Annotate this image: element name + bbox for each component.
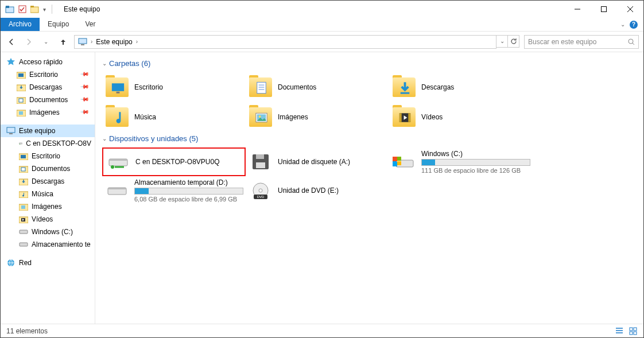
folder-tile[interactable]: Descargas bbox=[389, 72, 533, 102]
device-label: Unidad de DVD (E:) bbox=[278, 187, 386, 195]
tab-ver[interactable]: Ver bbox=[77, 18, 103, 31]
device-icon bbox=[107, 153, 130, 170]
folder-tile[interactable]: Música bbox=[102, 102, 246, 132]
svg-rect-64 bbox=[634, 328, 637, 331]
search-placeholder: Buscar en este equipo bbox=[528, 38, 596, 46]
sidebar-item-musica-pc[interactable]: Música bbox=[1, 188, 95, 200]
group-devices[interactable]: ⌄ Dispositivos y unidades (5) bbox=[102, 134, 637, 143]
device-label: C en DESKTOP-O8VPU0Q bbox=[135, 158, 241, 166]
folder-icon bbox=[106, 106, 129, 129]
svg-rect-41 bbox=[399, 113, 402, 122]
svg-rect-34 bbox=[117, 92, 120, 94]
folder-tile[interactable]: Vídeos bbox=[389, 102, 533, 132]
pin-icon: 📌 bbox=[80, 94, 92, 106]
device-icon: DVD bbox=[249, 181, 272, 200]
svg-point-39 bbox=[259, 115, 261, 118]
folder-icon bbox=[393, 106, 416, 129]
chevron-down-icon: ⌄ bbox=[102, 60, 107, 67]
svg-rect-27 bbox=[21, 205, 25, 209]
sidebar-item-documentos[interactable]: Documentos📌 bbox=[1, 94, 95, 106]
minimize-button[interactable] bbox=[564, 1, 591, 18]
svg-rect-47 bbox=[256, 154, 264, 159]
svg-point-19 bbox=[20, 144, 20, 145]
sidebar-item-imagenes-pc[interactable]: Imágenes bbox=[1, 200, 95, 213]
group-folders[interactable]: ⌄ Carpetas (6) bbox=[102, 59, 637, 68]
svg-point-60 bbox=[259, 189, 262, 192]
svg-rect-44 bbox=[109, 159, 127, 161]
svg-rect-66 bbox=[634, 332, 637, 335]
search-input[interactable]: Buscar en este equipo bbox=[524, 35, 639, 49]
folder-label: Vídeos bbox=[421, 113, 443, 121]
new-folder-icon[interactable] bbox=[30, 5, 40, 14]
folder-icon bbox=[17, 71, 26, 79]
svg-point-8 bbox=[629, 39, 633, 44]
up-button[interactable] bbox=[57, 36, 69, 48]
storage-text: 111 GB de espacio libre de 126 GB bbox=[421, 167, 530, 174]
device-tile[interactable]: Windows (C:)111 GB de espacio libre de 1… bbox=[389, 147, 533, 176]
sidebar-item-imagenes[interactable]: Imágenes📌 bbox=[1, 106, 95, 119]
svg-rect-42 bbox=[408, 113, 410, 122]
sidebar-item-este-equipo[interactable]: Este equipo bbox=[1, 125, 95, 137]
breadcrumb[interactable]: Este equipo bbox=[96, 38, 132, 46]
pin-icon: 📌 bbox=[80, 107, 92, 119]
app-icon bbox=[5, 5, 14, 14]
device-tile[interactable]: DVDUnidad de DVD (E:) bbox=[246, 176, 389, 205]
details-view-icon[interactable] bbox=[615, 327, 624, 336]
pin-icon: 📌 bbox=[80, 69, 92, 81]
sidebar-item-escritorio-pc[interactable]: Escritorio bbox=[1, 150, 95, 162]
content-pane: ⌄ Carpetas (6) EscritorioDocumentosDesca… bbox=[95, 52, 643, 324]
folder-tile[interactable]: Escritorio bbox=[102, 72, 246, 102]
maximize-button[interactable] bbox=[591, 1, 617, 18]
network-icon bbox=[6, 258, 15, 267]
device-icon bbox=[393, 153, 416, 170]
device-tile[interactable]: Unidad de disquete (A:) bbox=[246, 147, 389, 176]
refresh-button[interactable] bbox=[508, 35, 519, 48]
sidebar-item-quick-access[interactable]: Acceso rápido bbox=[1, 56, 95, 68]
back-button[interactable] bbox=[5, 36, 18, 48]
ribbon-expand-icon[interactable]: ⌄ bbox=[620, 21, 625, 28]
storage-bar bbox=[134, 188, 243, 195]
svg-rect-31 bbox=[20, 243, 28, 246]
svg-rect-5 bbox=[602, 7, 607, 12]
svg-rect-10 bbox=[18, 73, 24, 77]
icons-view-icon[interactable] bbox=[629, 327, 638, 336]
recent-dropdown[interactable]: ⌄ bbox=[40, 36, 52, 48]
folder-icon bbox=[17, 108, 26, 116]
sidebar-item-temp-d[interactable]: Almacenamiento te bbox=[1, 238, 95, 251]
device-tile[interactable]: C en DESKTOP-O8VPU0Q bbox=[102, 147, 246, 176]
svg-rect-4 bbox=[30, 6, 34, 7]
svg-rect-65 bbox=[630, 332, 633, 335]
help-icon[interactable]: ? bbox=[630, 21, 638, 29]
sidebar-item-descargas[interactable]: Descargas📌 bbox=[1, 81, 95, 94]
folder-tile[interactable]: Documentos bbox=[246, 72, 389, 102]
device-tile[interactable]: Almacenamiento temporal (D:)6,08 GB de e… bbox=[102, 176, 246, 205]
qat-dropdown-icon[interactable]: ▾ bbox=[43, 6, 46, 13]
sidebar-item-red[interactable]: Red bbox=[1, 257, 95, 269]
folder-icon bbox=[17, 96, 26, 104]
sidebar-item-netdrive[interactable]: C en DESKTOP-O8V bbox=[1, 137, 95, 150]
sidebar-item-videos-pc[interactable]: Vídeos bbox=[1, 213, 95, 226]
svg-rect-30 bbox=[20, 230, 28, 234]
sidebar-item-documentos-pc[interactable]: Documentos bbox=[1, 162, 95, 175]
sidebar-item-escritorio[interactable]: Escritorio📌 bbox=[1, 68, 95, 81]
forward-button[interactable] bbox=[22, 36, 35, 48]
close-button[interactable] bbox=[617, 1, 643, 18]
tab-archivo[interactable]: Archivo bbox=[1, 18, 40, 31]
sidebar-item-descargas-pc[interactable]: Descargas bbox=[1, 175, 95, 188]
quick-access-toolbar: ▾ bbox=[1, 5, 59, 14]
nav-row: ⌄ › Este equipo › ⌄ Buscar en este equip… bbox=[1, 32, 643, 52]
svg-rect-7 bbox=[81, 44, 84, 45]
folder-icon bbox=[19, 152, 28, 160]
address-dropdown[interactable]: ⌄ bbox=[496, 35, 508, 48]
drive-icon bbox=[19, 241, 28, 248]
address-bar[interactable]: › Este equipo › bbox=[74, 35, 496, 49]
svg-rect-6 bbox=[79, 38, 87, 44]
tab-equipo[interactable]: Equipo bbox=[40, 18, 77, 31]
device-icon bbox=[106, 182, 129, 199]
storage-bar bbox=[421, 159, 530, 166]
properties-icon[interactable] bbox=[18, 5, 27, 14]
folder-tile[interactable]: Imágenes bbox=[246, 102, 389, 132]
folder-icon bbox=[249, 76, 272, 99]
svg-rect-63 bbox=[630, 328, 633, 331]
sidebar-item-windows-c[interactable]: Windows (C:) bbox=[1, 226, 95, 238]
